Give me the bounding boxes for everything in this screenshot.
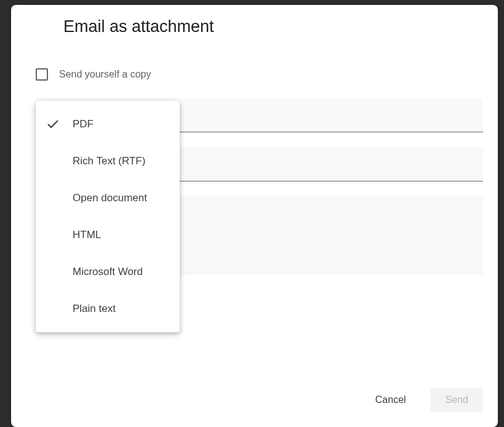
dropdown-item-html[interactable]: HTML (36, 217, 180, 253)
dropdown-item-label: Open document (73, 192, 170, 204)
email-attachment-dialog: Email as attachment Send yourself a copy… (11, 5, 498, 427)
send-yourself-label: Send yourself a copy (59, 69, 151, 80)
send-yourself-checkbox[interactable] (36, 68, 48, 81)
dropdown-item-rtf[interactable]: Rich Text (RTF) (36, 143, 180, 180)
cancel-button[interactable]: Cancel (361, 388, 421, 412)
dropdown-item-label: HTML (73, 229, 170, 241)
check-icon-empty (46, 228, 60, 242)
send-button[interactable]: Send (431, 388, 483, 412)
dropdown-item-label: PDF (73, 118, 170, 130)
dropdown-item-label: Plain text (73, 303, 170, 315)
format-dropdown-menu: PDF Rich Text (RTF) Open document HTML M… (36, 101, 180, 332)
dropdown-item-plaintext[interactable]: Plain text (36, 290, 180, 327)
check-icon-empty (46, 265, 60, 279)
dropdown-item-pdf[interactable]: PDF (36, 106, 180, 143)
check-icon-empty (46, 301, 60, 316)
dropdown-item-label: Microsoft Word (73, 266, 170, 278)
check-icon (46, 117, 60, 132)
send-yourself-row: Send yourself a copy (36, 68, 483, 81)
dropdown-item-label: Rich Text (RTF) (73, 155, 170, 167)
dropdown-item-word[interactable]: Microsoft Word (36, 253, 180, 290)
dialog-title: Email as attachment (11, 5, 498, 36)
dropdown-item-opendocument[interactable]: Open document (36, 180, 180, 217)
check-icon-empty (46, 154, 60, 169)
check-icon-empty (46, 191, 60, 206)
dialog-actions: Cancel Send (11, 388, 498, 427)
